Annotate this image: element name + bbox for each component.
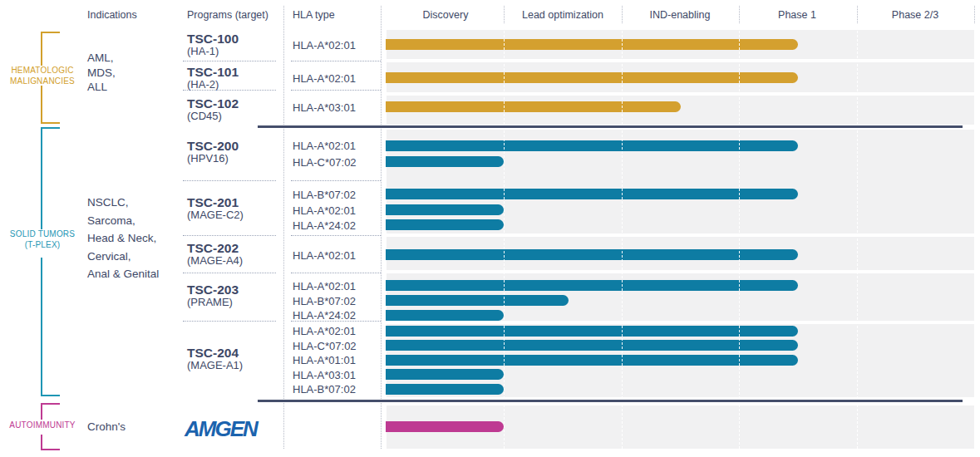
phase-header-discovery: Discovery [423, 9, 469, 21]
autoimmunity-bracket-bottom [41, 435, 60, 450]
solid-tumors-bracket-bottom [41, 258, 60, 396]
section-label-solid-tumors: SOLID TUMORS (T-PLEX) [0, 229, 85, 250]
progress-bar [386, 421, 504, 432]
hla-type-label: HLA-B*07:02 [293, 188, 356, 200]
section-divider [258, 125, 963, 128]
program-target: (HPV16) [187, 153, 229, 165]
program-target: (CD45) [187, 111, 222, 122]
phase-grid-line [504, 6, 505, 23]
phase-grid-line [857, 27, 858, 449]
indications-autoimmunity: Crohn's [87, 420, 126, 434]
progress-bar [386, 340, 798, 351]
program-name: TSC-201 [187, 196, 239, 209]
column-header-programs: Programs (target) [187, 9, 268, 21]
program-target: (HA-2) [187, 79, 219, 91]
phase-grid-line [622, 27, 623, 449]
progress-bar [386, 384, 504, 395]
phase-grid-line [622, 6, 623, 23]
hla-type-label: HLA-C*07:02 [293, 155, 357, 168]
program-name: TSC-202 [187, 242, 239, 255]
progress-bar [386, 101, 681, 112]
section-label-autoimmunity: AUTOIMMUNITY [0, 420, 85, 431]
progress-bar [386, 189, 798, 199]
autoimmunity-bracket-top [41, 403, 60, 420]
pipeline-chart: Indications Programs (target) HLA type D… [0, 0, 980, 457]
phase-header-phase-2-3: Phase 2/3 [892, 9, 938, 21]
hla-type-label: HLA-B*07:02 [293, 383, 356, 396]
hla-type-label: HLA-A*02:01 [293, 71, 356, 84]
program-name: TSC-100 [187, 32, 239, 46]
hla-type-label: HLA-A*02:01 [293, 279, 356, 292]
progress-bar [386, 326, 798, 337]
phase-grid-line [504, 27, 505, 449]
program-name: TSC-101 [187, 66, 239, 79]
progress-bar [386, 249, 798, 260]
program-name: TSC-204 [187, 346, 239, 360]
progress-bar [386, 369, 504, 380]
progress-bar [386, 39, 798, 50]
indications-solid-tumors: NSCLC, Sarcoma, Head & Neck, Cervical, A… [87, 194, 159, 283]
phase-header-lead-optimization: Lead optimization [522, 9, 603, 21]
hla-type-label: HLA-A*02:01 [293, 325, 356, 337]
hla-type-label: HLA-A*24:02 [293, 309, 356, 322]
progress-bar [386, 219, 504, 230]
program-name: TSC-200 [187, 140, 239, 153]
program-separator [183, 321, 276, 322]
program-separator [291, 90, 381, 91]
hla-type-label: HLA-A*02:01 [293, 38, 356, 51]
progress-bar [386, 295, 569, 306]
program-separator [183, 90, 276, 91]
phase-grid-line [739, 27, 740, 449]
progress-bar [386, 72, 798, 83]
progress-bar [386, 156, 504, 167]
program-target: (HA-1) [187, 46, 219, 57]
program-separator [183, 235, 276, 236]
program-name: TSC-102 [187, 97, 239, 111]
hla-type-label: HLA-A*01:01 [293, 354, 356, 366]
hla-type-label: HLA-A*03:01 [293, 368, 356, 381]
hematologic-bracket-bottom [41, 86, 60, 124]
program-separator [183, 273, 276, 273]
phase-header-phase-1: Phase 1 [778, 9, 816, 21]
hla-type-label: HLA-A*24:02 [293, 219, 356, 231]
hla-type-label: HLA-A*02:01 [293, 204, 356, 216]
progress-bar [386, 204, 504, 215]
program-separator [291, 235, 381, 236]
amgen-logo: AMGEN [185, 416, 257, 442]
phase-header-ind-enabling: IND-enabling [650, 9, 711, 21]
program-target: (MAGE-C2) [187, 209, 244, 221]
phase-grid-line [857, 6, 858, 23]
hla-type-label: HLA-A*03:01 [293, 101, 356, 113]
progress-bar [386, 310, 504, 321]
hematologic-bracket-top [41, 32, 60, 66]
phase-grid-line [739, 6, 740, 23]
program-separator [183, 61, 276, 61]
progress-bar [386, 355, 798, 366]
solid-tumors-bracket-top [41, 127, 60, 229]
program-target: (PRAME) [187, 297, 233, 308]
column-separator [283, 6, 284, 449]
program-target: (MAGE-A4) [187, 255, 243, 267]
program-target: (MAGE-A1) [187, 360, 243, 371]
program-separator [291, 321, 381, 322]
section-divider [258, 400, 963, 402]
progress-bar [386, 280, 798, 291]
program-separator [291, 180, 381, 181]
hla-type-label: HLA-B*07:02 [293, 294, 356, 307]
program-separator [183, 180, 276, 181]
hla-type-label: HLA-A*02:01 [293, 140, 356, 152]
program-name: TSC-203 [187, 283, 239, 297]
indications-hematologic: AML, MDS, ALL [87, 51, 116, 95]
column-separator [381, 6, 382, 449]
hla-type-label: HLA-C*07:02 [293, 339, 357, 351]
phase-grid-line [974, 6, 975, 23]
section-label-hematologic: HEMATOLOGIC MALIGNANCIES [0, 66, 85, 86]
program-separator [291, 273, 381, 273]
column-header-hla: HLA type [293, 9, 335, 21]
progress-bar [386, 140, 798, 151]
hla-type-label: HLA-A*02:01 [293, 248, 356, 261]
program-separator [291, 61, 381, 61]
column-header-indications: Indications [87, 9, 137, 21]
